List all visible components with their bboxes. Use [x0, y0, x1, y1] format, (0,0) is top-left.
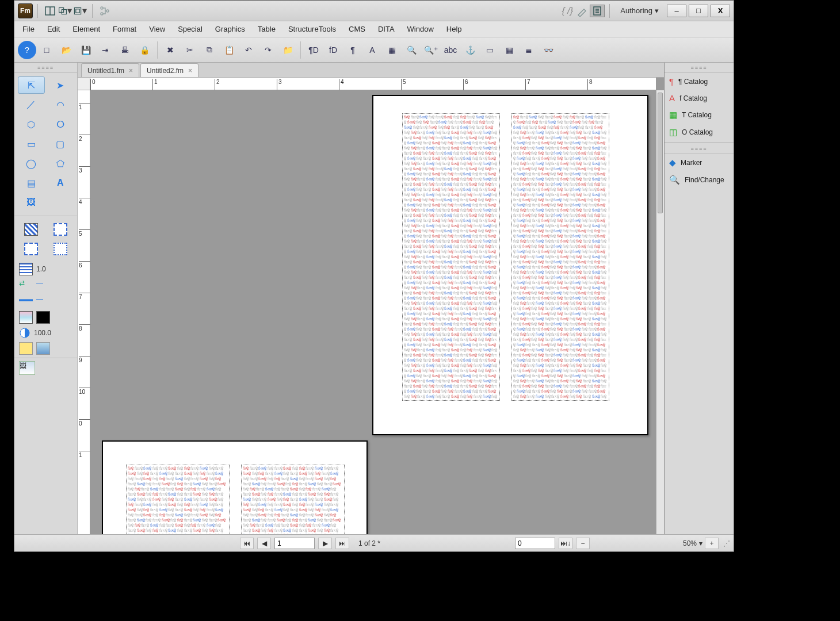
page-viewport[interactable]: ਕਿਉ ਬਿਨਉ ਮਿਲਉ ਕਿਉ ਬਿਨਉ ਮਿਲਉ ਕਿਉ ਕਿਉ ਬਿਨਉ… [90, 90, 656, 534]
paste-icon[interactable]: 📋 [220, 41, 238, 59]
next-page-button[interactable]: ▶ [318, 538, 332, 549]
close-tab-icon[interactable]: × [129, 67, 133, 75]
goto-line-button[interactable]: ⏭↓ [559, 538, 572, 549]
pen-pattern-swatch[interactable] [47, 221, 74, 238]
maximize-button[interactable]: □ [689, 5, 708, 17]
page-2[interactable]: ਕਿਉ ਬਿਨਉ ਮਿਲਉ ਕਿਉ ਬਿਨਉ ਮਿਲਉ ਕਿਉ ਕਿਉ ਬਿਨਉ… [102, 440, 368, 534]
page-1[interactable]: ਕਿਉ ਬਿਨਉ ਮਿਲਉ ਕਿਉ ਬਿਨਉ ਮਿਲਉ ਕਿਉ ਕਿਉ ਬਿਨਉ… [372, 95, 648, 435]
ellipse-tool[interactable]: ◯ [18, 155, 45, 172]
close-tab-icon[interactable]: × [188, 67, 192, 75]
graphic-frame-tool[interactable]: 🖼 [18, 194, 45, 211]
menu-edit[interactable]: Edit [41, 23, 66, 35]
character-designer-icon[interactable]: fD [324, 41, 342, 59]
menu-table[interactable]: Table [252, 23, 281, 35]
zoom-in-button[interactable]: + [705, 538, 719, 549]
print-icon[interactable]: 🖶 [116, 41, 134, 59]
menu-view[interactable]: View [143, 23, 171, 35]
prev-page-button[interactable]: ◀ [257, 538, 271, 549]
close-button[interactable]: X [711, 5, 730, 17]
table-icon[interactable]: ▦ [500, 41, 518, 59]
screen-mode-icon[interactable]: ▾ [72, 5, 87, 17]
menu-special[interactable]: Special [172, 23, 208, 35]
help-icon[interactable]: ? [18, 41, 36, 59]
polygon-tool[interactable]: ⬠ [47, 155, 74, 172]
menu-dita[interactable]: DITA [372, 23, 400, 35]
page-number-input[interactable] [274, 538, 315, 549]
new-icon[interactable]: □ [37, 41, 56, 59]
save-icon[interactable]: 💾 [77, 41, 95, 59]
open-icon[interactable]: 📂 [57, 41, 75, 59]
document-tab[interactable]: Untitled2.fm× [140, 63, 198, 77]
find-next-icon[interactable]: 🔍⁺ [422, 41, 440, 59]
vertical-ruler[interactable]: 1234567891001 [78, 90, 90, 534]
color-swatch[interactable] [19, 311, 33, 324]
ruler-origin[interactable] [78, 78, 90, 90]
line-tool[interactable]: ／ [18, 96, 45, 113]
smart-select-tool[interactable]: ⇱ [18, 76, 45, 94]
fill-dash-swatch[interactable] [18, 240, 45, 258]
hotspot-tool[interactable]: 🖼 [19, 361, 35, 375]
line-number-input[interactable] [515, 538, 555, 549]
character-catalog-icon[interactable]: A [363, 41, 381, 59]
import-icon[interactable]: ⇥ [96, 41, 114, 59]
right-panel-grip-2[interactable]: ≡≡≡≡ [665, 144, 734, 154]
arrow-tool[interactable]: ➤ [47, 76, 74, 94]
paragraph-catalog-icon[interactable]: ¶ [343, 41, 362, 59]
rectangle-tool[interactable]: ▭ [18, 135, 45, 152]
panel-t-catalog[interactable]: ▦T Catalog [665, 106, 734, 124]
vertical-scrollbar[interactable] [656, 90, 664, 534]
menu-window[interactable]: Window [402, 23, 440, 35]
panel-marker[interactable]: ◆Marker [665, 154, 734, 171]
lock-icon[interactable]: 🔒 [135, 41, 154, 59]
minimize-button[interactable]: – [667, 5, 686, 17]
delete-icon[interactable]: ✖ [161, 41, 180, 59]
first-page-button[interactable]: ⏮ [240, 538, 254, 549]
paragraph-designer-icon[interactable]: ¶D [304, 41, 323, 59]
resize-grip-icon[interactable]: ⋰ [723, 539, 730, 547]
line-style-icon[interactable]: — [36, 279, 50, 292]
layout-split-icon[interactable] [43, 5, 58, 17]
redo-icon[interactable]: ↷ [259, 41, 277, 59]
right-panel-grip[interactable]: ≡≡≡≡ [665, 63, 734, 73]
arc-tool[interactable]: ◠ [47, 96, 74, 113]
menu-graphics[interactable]: Graphics [209, 23, 251, 35]
line-end-b-icon[interactable]: — [36, 295, 50, 308]
menu-cms[interactable]: CMS [343, 23, 371, 35]
overprint-swatch[interactable] [36, 311, 50, 324]
find-text-icon[interactable]: 🔍 [402, 41, 421, 59]
line-width-control[interactable]: 1.0 [14, 261, 77, 277]
panel-f-catalog[interactable]: Af Catalog [665, 90, 734, 106]
text-frame-icon[interactable]: ▭ [480, 41, 499, 59]
menu-help[interactable]: Help [441, 23, 468, 35]
text-column-tool[interactable]: ▤ [18, 174, 45, 191]
menu-element[interactable]: Element [67, 23, 106, 35]
unknown-tool-b[interactable] [36, 342, 50, 355]
doc-mode-icon[interactable] [590, 5, 605, 17]
highlighter-icon[interactable] [575, 5, 590, 17]
zoom-out-button[interactable]: − [576, 538, 590, 549]
view-icon[interactable]: 👓 [539, 41, 558, 59]
panel--catalog[interactable]: ¶¶ Catalog [665, 73, 734, 90]
canvas[interactable]: 012345678 1234567891001 ਕਿਉ ਬਿਨਉ ਮਿਲਉ ਕਿ… [78, 78, 664, 534]
menu-file[interactable]: File [17, 23, 40, 35]
code-icon[interactable]: { /} [560, 5, 575, 17]
last-page-button[interactable]: ⏭ [335, 538, 349, 549]
line-end-a-icon[interactable]: ▬▬ [19, 295, 33, 308]
panel-o-catalog[interactable]: ◫O Catalog [665, 124, 734, 141]
anchor-icon[interactable]: ⚓ [461, 41, 479, 59]
fill-pattern-swatch[interactable] [18, 221, 45, 238]
tint-control[interactable]: 100.0 [14, 325, 77, 340]
document-tab[interactable]: Untitled1.fm× [81, 63, 139, 77]
scrollbar-thumb[interactable] [658, 93, 663, 213]
cut-icon[interactable]: ✂ [181, 41, 199, 59]
menu-format[interactable]: Format [107, 23, 142, 35]
undo-icon[interactable]: ↶ [239, 41, 258, 59]
copy-icon[interactable]: ⧉ [200, 41, 219, 59]
menu-structuretools[interactable]: StructureTools [282, 23, 342, 35]
arrange-icon[interactable]: ▾ [58, 5, 72, 17]
structure-icon[interactable] [97, 5, 112, 17]
zoom-value[interactable]: 50% [683, 539, 697, 547]
table-catalog-icon[interactable]: ▦ [383, 41, 401, 59]
unknown-tool-a[interactable] [19, 342, 33, 355]
open-folder-icon[interactable]: 📁 [278, 41, 297, 59]
